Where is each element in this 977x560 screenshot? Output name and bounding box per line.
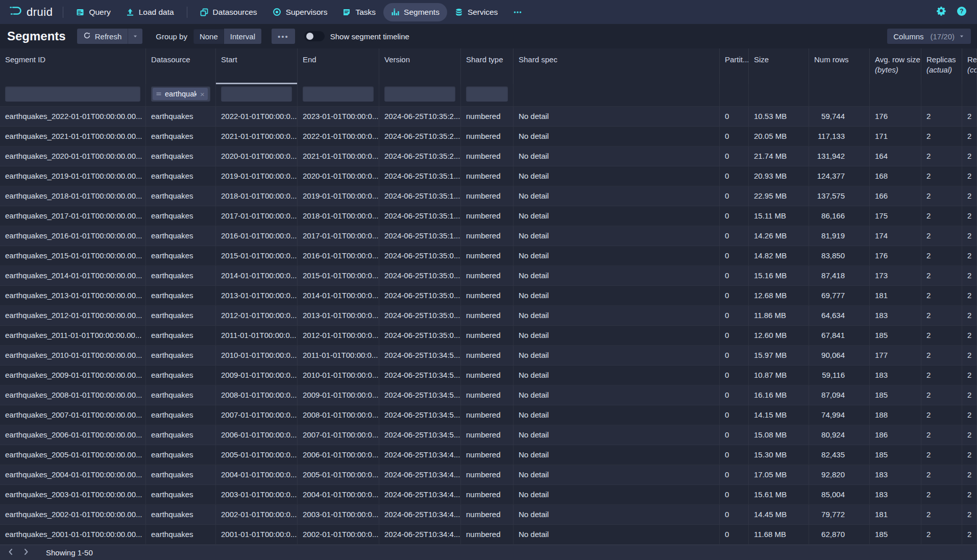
tag-remove-icon[interactable]: ×: [200, 90, 205, 99]
filter-input-end[interactable]: [303, 86, 374, 102]
column-header-size[interactable]: Size: [749, 48, 809, 84]
columns-button[interactable]: Columns (17/20): [887, 29, 971, 44]
table-row[interactable]: earthquakes_2011-01-01T00:00:00.00...ear…: [0, 326, 977, 346]
show-segment-timeline-toggle[interactable]: Show segment timeline: [304, 31, 409, 41]
nav-item-segments[interactable]: Segments: [383, 3, 447, 21]
cell-segment_id: earthquakes_2020-01-01T00:00:00.00...: [0, 147, 146, 166]
group-by-option-none[interactable]: None: [193, 29, 224, 44]
filter-input-start[interactable]: [221, 86, 292, 102]
column-header-shard_spec[interactable]: Shard spec: [514, 48, 720, 84]
cell-replication_factor: 2: [962, 485, 977, 504]
more-actions-button[interactable]: •••: [272, 29, 295, 44]
table-row[interactable]: earthquakes_2007-01-01T00:00:00.00...ear…: [0, 405, 977, 425]
cell-version: 2024-06-25T10:34:4...: [379, 505, 461, 524]
num-rows-value: 87,094: [814, 385, 845, 405]
column-header-replicas[interactable]: Replicas(actual): [921, 48, 962, 84]
nav-item-services[interactable]: Services: [447, 3, 505, 21]
cell-num_rows: 124,377: [809, 166, 870, 186]
cell-shard_type: numbered: [461, 226, 514, 246]
table-row[interactable]: earthquakes_2009-01-01T00:00:00.00...ear…: [0, 366, 977, 385]
column-header-shard_type[interactable]: Shard type: [461, 48, 514, 84]
cell-num_rows: 131,942: [809, 147, 870, 166]
table-row[interactable]: earthquakes_2020-01-01T00:00:00.00...ear…: [0, 147, 977, 166]
cell-version: 2024-06-25T10:35:2...: [379, 107, 461, 126]
nav-item-supervisors[interactable]: Supervisors: [265, 3, 335, 21]
filter-input-segment_id[interactable]: [5, 86, 140, 102]
cell-version: 2024-06-25T10:34:5...: [379, 346, 461, 365]
cell-replication_factor: 2: [962, 286, 977, 305]
table-row[interactable]: earthquakes_2022-01-01T00:00:00.00...ear…: [0, 107, 977, 127]
cell-size: 11.68 MB: [749, 525, 809, 544]
next-page-button[interactable]: [18, 546, 34, 559]
filter-input-datasource[interactable]: earthquakes×: [151, 86, 210, 102]
table-row[interactable]: earthquakes_2012-01-01T00:00:00.00...ear…: [0, 306, 977, 326]
druid-logo[interactable]: druid: [7, 5, 58, 20]
nav-item-label: Query: [89, 8, 110, 17]
cell-replicas: 2: [921, 147, 962, 166]
column-header-start[interactable]: Start: [216, 48, 298, 84]
column-header-end[interactable]: End: [298, 48, 379, 84]
table-row[interactable]: earthquakes_2003-01-01T00:00:00.00...ear…: [0, 485, 977, 505]
group-by-option-interval[interactable]: Interval: [224, 29, 261, 44]
table-row[interactable]: earthquakes_2018-01-01T00:00:00.00...ear…: [0, 186, 977, 206]
num-rows-value: 74,994: [814, 405, 845, 425]
filter-input-version[interactable]: [384, 86, 455, 102]
refresh-caret-button[interactable]: [128, 29, 142, 44]
cell-start: 2009-01-01T00:00:0...: [216, 366, 298, 385]
cell-num_rows: 86,166: [809, 206, 870, 226]
page-title: Segments: [7, 29, 66, 43]
table-row[interactable]: earthquakes_2006-01-01T00:00:00.00...ear…: [0, 425, 977, 445]
table-row[interactable]: earthquakes_2005-01-01T00:00:00.00...ear…: [0, 445, 977, 465]
filter-cell-avg_row_size: [870, 84, 921, 106]
cell-avg_row_size: 183: [870, 306, 921, 325]
table-row[interactable]: earthquakes_2002-01-01T00:00:00.00...ear…: [0, 505, 977, 525]
table-row[interactable]: earthquakes_2004-01-01T00:00:00.00...ear…: [0, 465, 977, 485]
druid-logo-text: druid: [27, 6, 53, 19]
cell-shard_spec: No detail: [514, 485, 720, 504]
cell-shard_type: numbered: [461, 525, 514, 544]
help-button[interactable]: ?: [957, 6, 967, 18]
nav-divider: [187, 7, 187, 18]
table-row[interactable]: earthquakes_2019-01-01T00:00:00.00...ear…: [0, 166, 977, 186]
nav-item-datasources[interactable]: Datasources: [192, 3, 265, 21]
table-row[interactable]: earthquakes_2017-01-01T00:00:00.00...ear…: [0, 206, 977, 226]
refresh-button[interactable]: Refresh: [77, 29, 128, 44]
column-header-version[interactable]: Version: [379, 48, 461, 84]
table-row[interactable]: earthquakes_2015-01-01T00:00:00.00...ear…: [0, 246, 977, 266]
table-row[interactable]: earthquakes_2021-01-01T00:00:00.00...ear…: [0, 127, 977, 147]
column-header-segment_id[interactable]: Segment ID: [0, 48, 146, 84]
cell-num_rows: 64,634: [809, 306, 870, 325]
nav-item-tasks[interactable]: Tasks: [335, 3, 383, 21]
table-row[interactable]: earthquakes_2014-01-01T00:00:00.00...ear…: [0, 266, 977, 286]
datasource-filter-tag[interactable]: earthquakes×: [153, 88, 208, 100]
table-row[interactable]: earthquakes_2001-01-01T00:00:00.00...ear…: [0, 525, 977, 545]
cell-end: 2007-01-01T00:00:0...: [298, 425, 379, 445]
cell-shard_spec: No detail: [514, 226, 720, 246]
num-rows-value: 64,634: [814, 306, 845, 325]
column-header-avg_row_size[interactable]: Avg. row size(bytes): [870, 48, 921, 84]
filter-cell-partition: [720, 84, 749, 106]
cell-segment_id: earthquakes_2022-01-01T00:00:00.00...: [0, 107, 146, 126]
column-header-datasource[interactable]: Datasource: [146, 48, 216, 84]
settings-button[interactable]: [937, 6, 946, 18]
column-header-partition[interactable]: Partit...: [720, 48, 749, 84]
prev-page-button[interactable]: [3, 546, 18, 559]
nav-item-more[interactable]: [505, 3, 530, 21]
table-row[interactable]: earthquakes_2008-01-01T00:00:00.00...ear…: [0, 385, 977, 405]
column-header-replication_factor[interactable]: Replication factor(configured): [962, 48, 977, 84]
cell-num_rows: 67,841: [809, 326, 870, 345]
nav-item-query[interactable]: Query: [68, 3, 118, 21]
table-row[interactable]: earthquakes_2013-01-01T00:00:00.00...ear…: [0, 286, 977, 306]
filter-input-shard_type[interactable]: [466, 86, 508, 102]
table-row[interactable]: earthquakes_2016-01-01T00:00:00.00...ear…: [0, 226, 977, 246]
num-rows-value: 87,418: [814, 266, 845, 285]
cell-shard_type: numbered: [461, 147, 514, 166]
table-row[interactable]: earthquakes_2010-01-01T00:00:00.00...ear…: [0, 346, 977, 366]
num-rows-value: 83,850: [814, 246, 845, 265]
filter-cell-start: [216, 84, 298, 106]
nav-item-load-data[interactable]: Load data: [118, 3, 182, 21]
cell-replicas: 2: [921, 346, 962, 365]
cell-segment_id: earthquakes_2019-01-01T00:00:00.00...: [0, 166, 146, 186]
cell-start: 2015-01-01T00:00:0...: [216, 246, 298, 265]
column-header-num_rows[interactable]: Num rows: [809, 48, 870, 84]
